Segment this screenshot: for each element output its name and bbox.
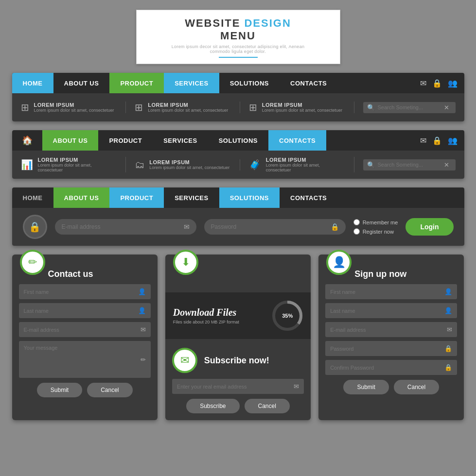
nav3-product[interactable]: PRODUCT xyxy=(109,187,164,208)
subscribe-input-wrap: ✉ xyxy=(172,379,304,394)
nav1-services[interactable]: SERVICES xyxy=(164,73,219,93)
signup-cancel-btn[interactable]: Cancel xyxy=(394,380,439,394)
signup-firstname-wrap: 👤 xyxy=(325,284,457,299)
download-icon: ⬇ xyxy=(173,250,198,275)
signup-body: 👤 👤 ✉ 🔒 🔒 Submit Cancel xyxy=(318,279,464,401)
site-title: WEBSITE DESIGN MENU xyxy=(166,17,311,42)
info-desc-5: Lorem ipsum dolor sit amet, consectetuer xyxy=(149,165,229,170)
subscribe-btn-row: Subscribe Cancel xyxy=(172,399,304,413)
grid-icon-2: ⊞ xyxy=(135,102,143,113)
nav1-solutions[interactable]: SOLUTIONS xyxy=(219,73,280,93)
subscribe-header: ✉ Subscribe now! xyxy=(172,344,304,379)
nav3-services[interactable]: SERVICES xyxy=(164,187,219,208)
info-title-4: LOREM IPSUM xyxy=(38,157,117,163)
lastname-field-wrap: 👤 xyxy=(19,303,151,318)
navbar-2: 🏠 ABOUT US PRODUCT SERVICES SOLUTIONS CO… xyxy=(12,130,464,151)
password-icon: 🔒 xyxy=(331,223,339,231)
register-label[interactable]: Register now xyxy=(353,228,398,235)
nav2-services[interactable]: SERVICES xyxy=(153,130,208,151)
signup-firstname-input[interactable] xyxy=(330,289,441,295)
lock-icon-2[interactable]: 🔒 xyxy=(432,136,442,145)
clear-icon-1[interactable]: ✕ xyxy=(444,104,449,111)
contact-title: Contact us xyxy=(48,269,158,279)
nav3-contacts[interactable]: CONTACTS xyxy=(280,187,337,208)
info-desc-3: Lorem ipsum dolor sit amet, consectetuer xyxy=(262,108,342,113)
contact-icon: ✏ xyxy=(20,250,45,275)
contact-body: 👤 👤 ✉ ✏ Submit Cancel xyxy=(12,279,158,404)
download-title: Download Files xyxy=(173,307,239,318)
nav1-product[interactable]: PRODUCT xyxy=(109,73,164,93)
nav1-home[interactable]: HOME xyxy=(12,73,53,93)
search-input-1[interactable] xyxy=(378,104,441,110)
signup-person-icon-1: 👤 xyxy=(444,288,452,295)
info-item-3: ⊞ LOREM IPSUM Lorem ipsum dolor sit amet… xyxy=(249,102,354,113)
pencil-icon: ✏ xyxy=(141,356,146,363)
nav-section-1: HOME ABOUT US PRODUCT SERVICES SOLUTIONS… xyxy=(12,73,464,121)
progress-label: 35% xyxy=(282,313,293,319)
signup-title: Sign up now xyxy=(354,269,464,279)
subscribe-icon: ✉ xyxy=(172,348,197,373)
firstname-input[interactable] xyxy=(24,289,134,295)
nav-section-3: HOME ABOUT US PRODUCT SERVICES SOLUTIONS… xyxy=(12,187,464,246)
nav2-home-icon[interactable]: 🏠 xyxy=(12,130,42,151)
remember-label[interactable]: Remember me xyxy=(353,219,398,225)
search-box-2[interactable]: 🔍 ✕ xyxy=(363,159,456,170)
info-desc-1: Lorem ipsum dolor sit amet, consectetuer xyxy=(34,108,114,113)
email-icon: ✉ xyxy=(184,223,190,231)
email-contact-input[interactable] xyxy=(24,327,137,333)
info-title-2: LOREM IPSUM xyxy=(148,102,228,108)
info-item-2: ⊞ LOREM IPSUM Lorem ipsum dolor sit amet… xyxy=(135,102,240,113)
signup-password-input[interactable] xyxy=(330,346,441,352)
firstname-field-wrap: 👤 xyxy=(19,284,151,299)
nav3-about[interactable]: ABOUT US xyxy=(53,187,110,208)
search-box-1[interactable]: 🔍 ✕ xyxy=(363,102,456,113)
login-button[interactable]: Login xyxy=(405,218,453,236)
signup-lastname-wrap: 👤 xyxy=(325,303,457,318)
email-field-wrap: ✉ xyxy=(55,219,196,235)
signup-lock-icon-1: 🔒 xyxy=(444,345,452,352)
mail-icon[interactable]: ✉ xyxy=(420,79,426,88)
search-input-2[interactable] xyxy=(378,162,441,168)
progress-ring: 35% xyxy=(272,300,303,331)
info-item-1: ⊞ LOREM IPSUM Lorem ipsum dolor sit amet… xyxy=(21,102,126,113)
subscribe-section: ✉ Subscribe now! ✉ Subscribe Cancel xyxy=(165,339,311,420)
contact-cancel-btn[interactable]: Cancel xyxy=(87,383,132,397)
clear-icon-2[interactable]: ✕ xyxy=(444,161,449,169)
subscribe-btn[interactable]: Subscribe xyxy=(186,399,239,413)
info-text-6: LOREM IPSUM Lorem ipsum dolor sit amet, … xyxy=(266,157,345,172)
users-icon-2[interactable]: 👥 xyxy=(448,136,458,145)
lastname-input[interactable] xyxy=(24,308,134,314)
chart-icon: 📊 xyxy=(21,159,33,170)
signup-email-input[interactable] xyxy=(330,327,443,333)
info-bar-2: 📊 LOREM IPSUM Lorem ipsum dolor sit amet… xyxy=(12,151,464,179)
email-contact-wrap: ✉ xyxy=(19,322,151,337)
signup-widget: 👤 Sign up now 👤 👤 ✉ 🔒 🔒 xyxy=(318,255,464,420)
info-item-6: 🧳 LOREM IPSUM Lorem ipsum dolor sit amet… xyxy=(249,157,354,172)
register-radio[interactable] xyxy=(353,228,360,235)
nav3-solutions[interactable]: SOLUTIONS xyxy=(219,187,280,208)
contact-submit-btn[interactable]: Submit xyxy=(37,383,82,397)
remember-radio[interactable] xyxy=(353,219,360,225)
search-icon-2: 🔍 xyxy=(367,161,375,169)
signup-confirm-input[interactable] xyxy=(330,365,441,371)
users-icon[interactable]: 👥 xyxy=(448,79,458,88)
password-field[interactable] xyxy=(211,223,327,230)
nav2-solutions[interactable]: SOLUTIONS xyxy=(208,130,268,151)
subscribe-email-input[interactable] xyxy=(177,384,290,390)
nav2-product[interactable]: PRODUCT xyxy=(98,130,153,151)
email-field[interactable] xyxy=(62,223,180,230)
nav1-about[interactable]: ABOUT US xyxy=(53,73,110,93)
nav3-home[interactable]: HOME xyxy=(12,187,53,208)
lock-icon[interactable]: 🔒 xyxy=(432,79,442,88)
person-icon-1: 👤 xyxy=(138,288,146,295)
message-input[interactable] xyxy=(24,345,137,374)
signup-submit-btn[interactable]: Submit xyxy=(343,380,388,394)
signup-lastname-input[interactable] xyxy=(330,308,441,314)
info-item-5: 🗂 LOREM IPSUM Lorem ipsum dolor sit amet… xyxy=(135,159,240,170)
nav2-contacts[interactable]: CONTACTS xyxy=(268,130,326,151)
nav1-contacts[interactable]: CONTACTS xyxy=(280,73,337,93)
mail-icon-2[interactable]: ✉ xyxy=(420,136,426,145)
nav2-about[interactable]: ABOUT US xyxy=(42,130,99,151)
signup-confirm-wrap: 🔒 xyxy=(325,360,457,375)
download-cancel-btn[interactable]: Cancel xyxy=(245,399,290,413)
